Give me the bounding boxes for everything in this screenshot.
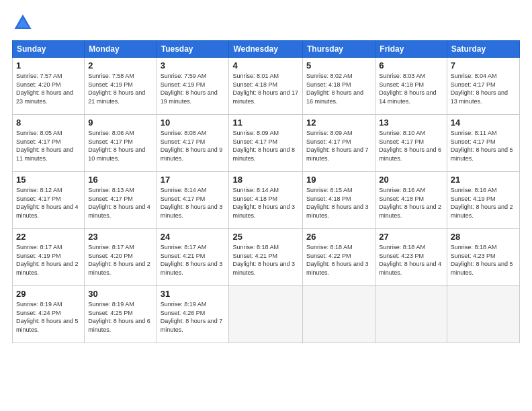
day-number: 25 <box>232 232 299 242</box>
day-info: Sunrise: 8:12 AMSunset: 4:17 PMDaylight:… <box>16 187 79 219</box>
calendar-cell: 25 Sunrise: 8:18 AMSunset: 4:21 PMDaylig… <box>229 229 303 286</box>
logo-icon <box>12 12 34 34</box>
calendar-cell: 29 Sunrise: 8:19 AMSunset: 4:24 PMDaylig… <box>13 286 85 343</box>
calendar-cell: 13 Sunrise: 8:10 AMSunset: 4:17 PMDaylig… <box>375 115 447 172</box>
calendar-cell: 31 Sunrise: 8:19 AMSunset: 4:26 PMDaylig… <box>157 286 229 343</box>
calendar-cell: 5 Sunrise: 8:02 AMSunset: 4:18 PMDayligh… <box>303 58 375 115</box>
day-info: Sunrise: 8:02 AMSunset: 4:18 PMDaylight:… <box>306 73 363 105</box>
day-number: 22 <box>16 232 81 242</box>
day-number: 27 <box>379 232 443 242</box>
day-number: 7 <box>451 60 516 71</box>
day-number: 18 <box>232 175 299 185</box>
day-info: Sunrise: 8:10 AMSunset: 4:17 PMDaylight:… <box>379 130 441 162</box>
day-info: Sunrise: 8:18 AMSunset: 4:23 PMDaylight:… <box>451 244 513 276</box>
day-info: Sunrise: 8:14 AMSunset: 4:17 PMDaylight:… <box>161 187 223 219</box>
day-number: 4 <box>232 60 299 71</box>
day-info: Sunrise: 8:18 AMSunset: 4:23 PMDaylight:… <box>379 244 441 276</box>
day-number: 13 <box>379 118 443 128</box>
calendar-cell: 16 Sunrise: 8:13 AMSunset: 4:17 PMDaylig… <box>85 172 157 229</box>
day-info: Sunrise: 8:15 AMSunset: 4:18 PMDaylight:… <box>306 187 369 219</box>
day-number: 30 <box>88 289 152 299</box>
calendar-cell: 4 Sunrise: 8:01 AMSunset: 4:18 PMDayligh… <box>229 58 303 115</box>
day-number: 3 <box>161 60 226 71</box>
day-number: 21 <box>451 175 516 185</box>
day-info: Sunrise: 8:17 AMSunset: 4:20 PMDaylight:… <box>88 244 150 276</box>
day-info: Sunrise: 8:14 AMSunset: 4:18 PMDaylight:… <box>232 187 295 219</box>
day-info: Sunrise: 8:08 AMSunset: 4:17 PMDaylight:… <box>161 130 223 162</box>
day-info: Sunrise: 8:06 AMSunset: 4:17 PMDaylight:… <box>88 130 145 162</box>
calendar-cell: 9 Sunrise: 8:06 AMSunset: 4:17 PMDayligh… <box>85 115 157 172</box>
day-number: 12 <box>306 118 371 128</box>
calendar-cell <box>303 286 375 343</box>
day-number: 20 <box>379 175 443 185</box>
calendar-cell: 28 Sunrise: 8:18 AMSunset: 4:23 PMDaylig… <box>447 229 519 286</box>
calendar-cell: 10 Sunrise: 8:08 AMSunset: 4:17 PMDaylig… <box>157 115 229 172</box>
page: SundayMondayTuesdayWednesdayThursdayFrid… <box>0 0 532 411</box>
day-number: 29 <box>16 289 81 299</box>
day-number: 24 <box>161 232 226 242</box>
day-info: Sunrise: 8:17 AMSunset: 4:21 PMDaylight:… <box>161 244 223 276</box>
day-info: Sunrise: 8:16 AMSunset: 4:19 PMDaylight:… <box>451 187 513 219</box>
calendar-cell: 1 Sunrise: 7:57 AMSunset: 4:20 PMDayligh… <box>13 58 85 115</box>
day-info: Sunrise: 8:18 AMSunset: 4:21 PMDaylight:… <box>232 244 295 276</box>
day-number: 11 <box>232 118 299 128</box>
calendar-cell: 7 Sunrise: 8:04 AMSunset: 4:17 PMDayligh… <box>447 58 519 115</box>
day-info: Sunrise: 8:11 AMSunset: 4:17 PMDaylight:… <box>451 130 513 162</box>
calendar-cell: 15 Sunrise: 8:12 AMSunset: 4:17 PMDaylig… <box>13 172 85 229</box>
day-number: 1 <box>16 60 81 71</box>
calendar-cell: 27 Sunrise: 8:18 AMSunset: 4:23 PMDaylig… <box>375 229 447 286</box>
day-header-sunday: Sunday <box>13 41 85 58</box>
day-info: Sunrise: 7:58 AMSunset: 4:19 PMDaylight:… <box>88 73 145 105</box>
day-header-thursday: Thursday <box>303 41 375 58</box>
calendar-cell <box>375 286 447 343</box>
day-info: Sunrise: 7:59 AMSunset: 4:19 PMDaylight:… <box>161 73 218 105</box>
calendar-cell: 12 Sunrise: 8:09 AMSunset: 4:17 PMDaylig… <box>303 115 375 172</box>
day-info: Sunrise: 8:17 AMSunset: 4:19 PMDaylight:… <box>16 244 79 276</box>
calendar-cell: 30 Sunrise: 8:19 AMSunset: 4:25 PMDaylig… <box>85 286 157 343</box>
calendar-cell: 24 Sunrise: 8:17 AMSunset: 4:21 PMDaylig… <box>157 229 229 286</box>
calendar-cell <box>229 286 303 343</box>
day-info: Sunrise: 8:13 AMSunset: 4:17 PMDaylight:… <box>88 187 150 219</box>
calendar-cell: 3 Sunrise: 7:59 AMSunset: 4:19 PMDayligh… <box>157 58 229 115</box>
calendar-cell: 14 Sunrise: 8:11 AMSunset: 4:17 PMDaylig… <box>447 115 519 172</box>
calendar-cell: 20 Sunrise: 8:16 AMSunset: 4:18 PMDaylig… <box>375 172 447 229</box>
day-info: Sunrise: 8:09 AMSunset: 4:17 PMDaylight:… <box>306 130 369 162</box>
header <box>12 12 520 34</box>
day-number: 5 <box>306 60 371 71</box>
calendar-cell: 22 Sunrise: 8:17 AMSunset: 4:19 PMDaylig… <box>13 229 85 286</box>
calendar: SundayMondayTuesdayWednesdayThursdayFrid… <box>12 40 520 343</box>
calendar-cell: 17 Sunrise: 8:14 AMSunset: 4:17 PMDaylig… <box>157 172 229 229</box>
day-number: 28 <box>451 232 516 242</box>
calendar-cell: 6 Sunrise: 8:03 AMSunset: 4:18 PMDayligh… <box>375 58 447 115</box>
day-info: Sunrise: 8:01 AMSunset: 4:18 PMDaylight:… <box>232 73 298 105</box>
calendar-cell: 21 Sunrise: 8:16 AMSunset: 4:19 PMDaylig… <box>447 172 519 229</box>
day-header-saturday: Saturday <box>447 41 519 58</box>
day-number: 17 <box>161 175 226 185</box>
calendar-cell: 2 Sunrise: 7:58 AMSunset: 4:19 PMDayligh… <box>85 58 157 115</box>
day-info: Sunrise: 8:19 AMSunset: 4:25 PMDaylight:… <box>88 301 150 333</box>
day-info: Sunrise: 8:05 AMSunset: 4:17 PMDaylight:… <box>16 130 73 162</box>
day-info: Sunrise: 7:57 AMSunset: 4:20 PMDaylight:… <box>16 73 73 105</box>
day-header-friday: Friday <box>375 41 447 58</box>
day-number: 14 <box>451 118 516 128</box>
day-number: 23 <box>88 232 152 242</box>
day-header-tuesday: Tuesday <box>157 41 229 58</box>
day-number: 2 <box>88 60 152 71</box>
day-number: 26 <box>306 232 371 242</box>
day-header-wednesday: Wednesday <box>229 41 303 58</box>
day-number: 10 <box>161 118 226 128</box>
day-number: 31 <box>161 289 226 299</box>
calendar-cell: 18 Sunrise: 8:14 AMSunset: 4:18 PMDaylig… <box>229 172 303 229</box>
day-info: Sunrise: 8:19 AMSunset: 4:24 PMDaylight:… <box>16 301 79 333</box>
day-number: 19 <box>306 175 371 185</box>
day-info: Sunrise: 8:04 AMSunset: 4:17 PMDaylight:… <box>451 73 508 105</box>
day-number: 6 <box>379 60 443 71</box>
calendar-cell: 8 Sunrise: 8:05 AMSunset: 4:17 PMDayligh… <box>13 115 85 172</box>
day-number: 9 <box>88 118 152 128</box>
calendar-cell: 26 Sunrise: 8:18 AMSunset: 4:22 PMDaylig… <box>303 229 375 286</box>
day-header-monday: Monday <box>85 41 157 58</box>
calendar-cell <box>447 286 519 343</box>
logo <box>12 12 36 34</box>
day-info: Sunrise: 8:03 AMSunset: 4:18 PMDaylight:… <box>379 73 436 105</box>
day-info: Sunrise: 8:09 AMSunset: 4:17 PMDaylight:… <box>232 130 295 162</box>
